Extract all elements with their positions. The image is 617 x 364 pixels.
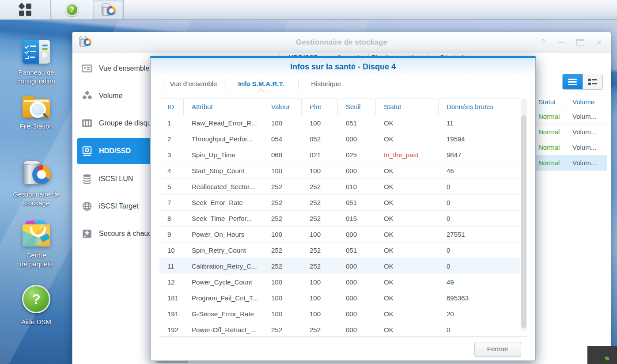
column-value[interactable]: Valeur: [263, 99, 302, 115]
desktop-icon-label: Panneau deconfiguration: [3, 68, 69, 86]
storage-manager-icon: [22, 159, 51, 186]
smart-table-row[interactable]: 8Seek_Time_Perfor...252252015OK0: [159, 211, 520, 227]
view-toggle: [562, 74, 603, 90]
desktop-icon-label: Centrede paquets: [3, 251, 69, 269]
list-view-button[interactable]: [563, 74, 583, 89]
dialog-header[interactable]: Infos sur la santé - Disque 4: [151, 58, 535, 76]
disk-status: Normal: [538, 140, 560, 155]
overview-card-icon: [81, 63, 93, 74]
window-minimize-button[interactable]: —: [558, 38, 565, 46]
window-close-button[interactable]: ✕: [596, 38, 603, 47]
smart-table-row[interactable]: 2Throughput_Perfor...054052000OK19594: [159, 131, 520, 147]
disk-group-icon: [81, 118, 93, 129]
desktop-icon-label: Aide DSM: [3, 318, 69, 326]
detail-view-button[interactable]: [583, 74, 603, 89]
disk-status: Normal: [538, 109, 560, 124]
detail-view-icon: [588, 79, 597, 81]
disk-volume: Volum...: [572, 155, 596, 171]
column-id[interactable]: ID: [159, 99, 184, 115]
disk-status: Normal: [538, 124, 560, 140]
smart-table-row[interactable]: 181Program_Fail_Cnt_T...100100000OK69536…: [159, 290, 520, 306]
column-statut[interactable]: Statut: [538, 95, 556, 109]
table-scrollbar-thumb[interactable]: [521, 115, 526, 328]
volume-cubes-icon: [81, 90, 93, 102]
sidebar-item-label: HDD/SSD: [99, 147, 131, 155]
desktop-icon-control-panel[interactable]: Panneau deconfiguration: [3, 40, 69, 86]
column-status[interactable]: Statut: [376, 99, 439, 115]
desktop-icon-label: File Station: [3, 122, 69, 131]
dialog-tabs: Vue d’ensemble Info S.M.A.R.T. Historiqu…: [151, 76, 535, 92]
column-raw-data[interactable]: Données brutes: [439, 99, 520, 115]
disk-volume: Volum...: [572, 140, 596, 155]
detail-view-icon: [588, 83, 597, 85]
column-threshold[interactable]: Seuil: [338, 99, 376, 115]
taskbar-help-button[interactable]: ?: [52, 0, 92, 19]
smart-table-row[interactable]: 191G-Sense_Error_Rate100100000OK20: [159, 306, 520, 322]
status-alert: In_the_past: [376, 147, 439, 163]
table-scrollbar[interactable]: [521, 99, 527, 331]
smart-table-row[interactable]: 9Power_On_Hours100100000OK27551: [159, 227, 520, 243]
sidebar-item-label: Vue d’ensemble: [99, 64, 149, 72]
smart-table-row[interactable]: 10Spin_Retry_Count252252051OK0: [159, 243, 520, 258]
smart-table-header: ID Attribut Valeur Pire Seuil Statut Don…: [159, 99, 520, 115]
sprout-icon: [605, 356, 609, 361]
desktop-icon-storage-manager[interactable]: Gestionnaire destockage: [3, 159, 69, 208]
smart-table-row[interactable]: 5Reallocated_Sector...252252010OK0: [159, 179, 520, 195]
taskbar: ?: [0, 0, 617, 20]
help-icon: ?: [65, 3, 79, 16]
column-worst[interactable]: Pire: [302, 99, 338, 115]
desktop-icon-dsm-help[interactable]: ? Aide DSM: [3, 285, 69, 326]
smart-table-row[interactable]: 192Power-Off_Retract_...252252000OK0: [159, 322, 520, 338]
package-center-icon: [23, 221, 50, 246]
hdd-drive-icon: [81, 145, 93, 157]
sidebar-item-label: Secours à chaud: [99, 230, 152, 238]
window-help-button[interactable]: ?: [539, 38, 546, 46]
window-titlebar[interactable]: Gestionnaire de stockage ? — ✕: [72, 32, 611, 53]
corner-widget: [587, 346, 617, 364]
main-menu-button[interactable]: [0, 0, 51, 19]
window-title: Gestionnaire de stockage: [72, 32, 611, 53]
iscsi-lun-disks-icon: [81, 173, 93, 185]
hot-spare-box-icon: [81, 228, 93, 239]
taskbar-storage-manager-button[interactable]: [93, 0, 124, 19]
dialog-tab-overview[interactable]: Vue d’ensemble: [163, 76, 224, 92]
column-volume[interactable]: Volume: [572, 95, 594, 109]
smart-table-row[interactable]: 12Power_Cycle_Count100100000OK49: [159, 274, 520, 290]
dialog-title: Infos sur la santé - Disque 4: [151, 58, 535, 76]
storage-manager-icon: [101, 3, 116, 16]
desktop-icon-package-center[interactable]: Centrede paquets: [3, 221, 69, 269]
window-maximize-button[interactable]: [576, 39, 584, 46]
globe-icon: [81, 201, 93, 212]
dialog-tabs-divider: [161, 92, 525, 92]
file-station-icon: [23, 96, 50, 118]
desktop-icon-file-station[interactable]: File Station: [3, 96, 69, 131]
sidebar-item-label: iSCSI LUN: [99, 175, 133, 183]
disk-volume: Volum...: [572, 124, 596, 140]
dialog-tab-history[interactable]: Historique: [298, 76, 354, 92]
control-panel-icon: [23, 40, 50, 64]
smart-table: ID Attribut Valeur Pire Seuil Statut Don…: [159, 99, 520, 338]
column-attribute[interactable]: Attribut: [184, 99, 263, 115]
smart-table-row[interactable]: 7Seek_Error_Rate252252051OK0: [159, 195, 520, 211]
dsm-help-icon: ?: [22, 285, 50, 313]
disk-status: Normal: [538, 155, 560, 171]
sidebar-item-label: Volume: [99, 92, 122, 100]
sidebar-item-label: iSCSI Target: [99, 202, 139, 210]
sidebar-item-label: Groupe de disques: [99, 119, 159, 127]
dialog-footer-divider: [159, 336, 527, 337]
disk-volume: Volum...: [572, 109, 596, 124]
smart-table-row[interactable]: 1Raw_Read_Error_R...100100051OK11: [159, 115, 520, 131]
desktop-icon-label: Gestionnaire destockage: [3, 190, 69, 208]
health-info-dialog: Infos sur la santé - Disque 4 Vue d’ense…: [150, 56, 536, 361]
main-menu-icon: [19, 4, 31, 16]
desktop: ? Panneau deconfiguration: [0, 0, 617, 364]
close-dialog-button[interactable]: Fermer: [474, 342, 521, 357]
smart-table-row-hover[interactable]: 11Calibration_Retry_C...252252000OK0: [159, 258, 520, 274]
smart-table-row[interactable]: 4Start_Stop_Count100100000OK46: [159, 163, 520, 179]
smart-table-row[interactable]: 3Spin_Up_Time068021025In_the_past9847: [159, 147, 520, 163]
